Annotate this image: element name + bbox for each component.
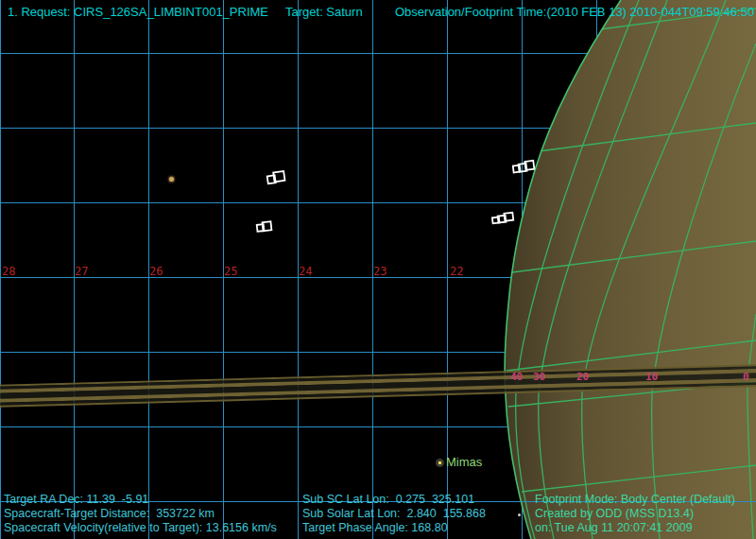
status-line: on: Tue Aug 11 20:07:41 2009 [535,521,735,535]
target-label: Target: Saturn [285,5,363,19]
status-line: Target Phase Angle: 168.80 [302,521,486,535]
status-line: Target RA Dec: 11.39 -5.91 [4,493,277,507]
status-line: Spacecraft Velocity(relative to Target):… [4,521,277,535]
status-line: Sub Solar Lat Lon: 2.840 155.868 [302,507,486,521]
status-line: Spacecraft-Target Distance: 353722 km [4,507,277,521]
status-panel-left: Target RA Dec: 11.39 -5.91Spacecraft-Tar… [4,493,277,535]
ra-tick-label: 27 [75,265,88,278]
ra-tick-label: 24 [299,265,312,278]
status-line: Created by ODD (MSS D13.4) [535,507,735,521]
status-line: Sub SC Lat Lon: 0.275 325.101 [302,493,486,507]
longitude-tick-label: 0 [743,371,749,383]
header-bar: 1. Request: CIRS_126SA_LIMBINT001_PRIME … [0,5,756,20]
longitude-tick-label: 30 [533,371,545,383]
request-title: 1. Request: CIRS_126SA_LIMBINT001_PRIME [8,5,268,19]
ra-tick-label: 22 [450,265,463,278]
background-moon-dot [169,177,174,182]
mimas-label: Mimas [446,455,482,469]
cirs-footprint [254,219,274,235]
longitude-tick-label: 20 [576,371,589,383]
ra-tick-label: 23 [373,265,387,278]
status-panel-right: Footprint Mode: Body Center (Default)Cre… [535,493,735,535]
status-panel-center: Sub SC Lat Lon: 0.275 325.101Sub Solar L… [302,493,486,535]
longitude-tick-label: 10 [645,371,658,383]
status-line: Footprint Mode: Body Center (Default) [535,493,735,507]
mimas-dot [436,459,444,467]
ra-tick-label: 25 [224,265,237,278]
ra-tick-label: 28 [2,265,15,278]
longitude-tick-label: 40 [510,371,523,383]
speck-dot [518,513,521,516]
ra-tick-labels: 28272625242322 [0,265,756,278]
ra-tick-label: 26 [149,265,163,278]
observation-viewport[interactable]: 28272625242322 403020100 Mimas 1. Reques… [0,0,756,539]
observation-time-label: Observation/Footprint Time:(2010 FEB 13)… [395,5,754,19]
cirs-footprint [265,168,289,186]
longitude-tick-labels: 403020100 [0,371,756,382]
